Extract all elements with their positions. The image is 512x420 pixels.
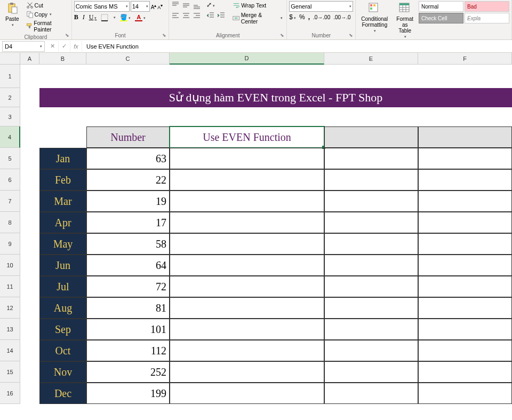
name-box[interactable]: D4▾ [2, 41, 45, 52]
cell-E9[interactable] [324, 233, 418, 255]
cell-F6[interactable] [418, 169, 512, 191]
format-painter-button[interactable]: Format Painter [25, 19, 69, 33]
spreadsheet-grid[interactable]: ABCDEF 12345678910111213141516 Sử dụng h… [0, 53, 512, 420]
column-header-E[interactable]: E [324, 53, 418, 65]
number-cell-15[interactable]: 252 [86, 361, 170, 383]
column-header-B[interactable]: B [39, 53, 86, 65]
italic-button[interactable]: I [83, 13, 85, 21]
row-header-7[interactable]: 7 [0, 191, 20, 212]
header-even-function[interactable]: Use EVEN Function [170, 126, 324, 148]
increase-font-button[interactable]: A▴ [151, 3, 157, 10]
even-cell-6[interactable] [170, 169, 324, 191]
formula-cancel-button[interactable]: ✕ [47, 41, 59, 52]
row-header-6[interactable]: 6 [0, 169, 20, 191]
fill-color-button[interactable]: 🪣▾ [120, 13, 131, 21]
even-cell-5[interactable] [170, 148, 324, 169]
row-header-8[interactable]: 8 [0, 212, 20, 233]
cell-F10[interactable] [418, 255, 512, 276]
column-header-C[interactable]: C [86, 53, 170, 65]
month-cell-apr[interactable]: Apr [39, 212, 86, 233]
row-header-10[interactable]: 10 [0, 255, 20, 276]
align-center-button[interactable] [182, 11, 190, 20]
row-header-16[interactable]: 16 [0, 383, 20, 404]
column-header-F[interactable]: F [418, 53, 512, 65]
cell-F11[interactable] [418, 276, 512, 297]
column-header-D[interactable]: D [170, 53, 324, 65]
align-bottom-button[interactable] [193, 1, 201, 10]
month-cell-mar[interactable]: Mar [39, 191, 86, 212]
merge-center-button[interactable]: Merge & Center▾ [231, 11, 284, 25]
formula-enter-button[interactable]: ✓ [59, 41, 70, 52]
formula-input[interactable]: Use EVEN Function [82, 43, 512, 50]
borders-button[interactable] [101, 14, 108, 21]
number-cell-8[interactable]: 17 [86, 212, 170, 233]
number-cell-14[interactable]: 112 [86, 340, 170, 361]
cell-E16[interactable] [324, 383, 418, 404]
month-cell-dec[interactable]: Dec [39, 383, 86, 404]
font-size-combo[interactable]: 14▾ [131, 1, 150, 12]
cell-E7[interactable] [324, 191, 418, 212]
select-all-corner[interactable] [0, 53, 20, 65]
cell-E14[interactable] [324, 340, 418, 361]
cell-F5[interactable] [418, 148, 512, 169]
alignment-dialog-launcher[interactable]: ⬊ [279, 32, 285, 38]
fx-button[interactable]: fx [70, 41, 82, 52]
cell-E13[interactable] [324, 319, 418, 340]
even-cell-8[interactable] [170, 212, 324, 233]
number-cell-7[interactable]: 19 [86, 191, 170, 212]
number-cell-5[interactable]: 63 [86, 148, 170, 169]
cell-E6[interactable] [324, 169, 418, 191]
decrease-indent-button[interactable] [206, 11, 215, 20]
increase-decimal-button[interactable]: .0→.00 [313, 14, 330, 20]
even-cell-9[interactable] [170, 233, 324, 255]
orientation-button[interactable]: ⤢▾ [206, 1, 215, 10]
row-header-15[interactable]: 15 [0, 361, 20, 383]
even-cell-15[interactable] [170, 361, 324, 383]
even-cell-14[interactable] [170, 340, 324, 361]
number-cell-10[interactable]: 64 [86, 255, 170, 276]
even-cell-16[interactable] [170, 383, 324, 404]
row-header-3[interactable]: 3 [0, 107, 20, 126]
align-right-button[interactable] [193, 11, 201, 20]
cell-E11[interactable] [324, 276, 418, 297]
number-cell-12[interactable]: 81 [86, 297, 170, 319]
cell-E15[interactable] [324, 361, 418, 383]
font-color-button[interactable]: A▾ [135, 13, 146, 21]
month-cell-may[interactable]: May [39, 233, 86, 255]
row-header-2[interactable]: 2 [0, 88, 20, 107]
number-cell-16[interactable]: 199 [86, 383, 170, 404]
row-header-11[interactable]: 11 [0, 276, 20, 297]
month-cell-feb[interactable]: Feb [39, 169, 86, 191]
month-cell-jun[interactable]: Jun [39, 255, 86, 276]
percent-format-button[interactable]: % [299, 13, 305, 21]
row-header-13[interactable]: 13 [0, 319, 20, 340]
number-format-combo[interactable]: General▾ [289, 1, 353, 12]
cut-button[interactable]: Cut [25, 1, 69, 10]
cell-F15[interactable] [418, 361, 512, 383]
paste-button[interactable]: Paste ▾ [2, 1, 22, 28]
format-as-table-button[interactable]: Format as Table▾ [393, 1, 417, 40]
number-cell-13[interactable]: 101 [86, 319, 170, 340]
bold-button[interactable]: B [74, 13, 78, 21]
decrease-font-button[interactable]: A▾ [157, 3, 163, 10]
row-header-5[interactable]: 5 [0, 148, 20, 169]
cell-E12[interactable] [324, 297, 418, 319]
clipboard-dialog-launcher[interactable]: ⬊ [64, 32, 70, 38]
cell-F9[interactable] [418, 233, 512, 255]
row-header-9[interactable]: 9 [0, 233, 20, 255]
cell-F8[interactable] [418, 212, 512, 233]
header-f[interactable] [418, 126, 512, 148]
cell-F16[interactable] [418, 383, 512, 404]
number-dialog-launcher[interactable]: ⬊ [348, 32, 354, 38]
even-cell-10[interactable] [170, 255, 324, 276]
month-cell-nov[interactable]: Nov [39, 361, 86, 383]
align-middle-button[interactable] [182, 1, 190, 10]
cell-E8[interactable] [324, 212, 418, 233]
align-left-button[interactable] [171, 11, 180, 20]
font-dialog-launcher[interactable]: ⬊ [161, 32, 167, 38]
header-e[interactable] [324, 126, 418, 148]
row-header-14[interactable]: 14 [0, 340, 20, 361]
month-cell-aug[interactable]: Aug [39, 297, 86, 319]
month-cell-oct[interactable]: Oct [39, 340, 86, 361]
month-cell-sep[interactable]: Sep [39, 319, 86, 340]
